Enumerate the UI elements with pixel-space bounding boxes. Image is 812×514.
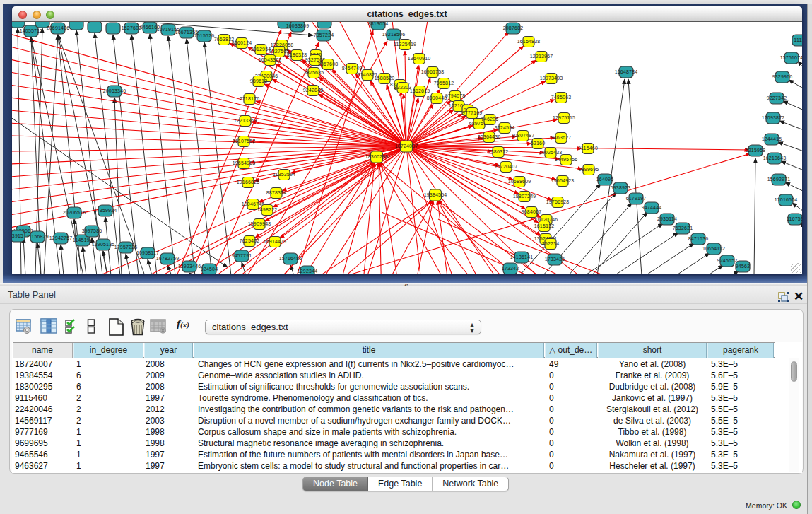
svg-text:62160: 62160 bbox=[531, 141, 545, 146]
svg-text:9329966: 9329966 bbox=[772, 74, 793, 79]
svg-text:7386372: 7386372 bbox=[488, 149, 509, 154]
svg-text:11156829: 11156829 bbox=[26, 234, 49, 239]
svg-text:3997586: 3997586 bbox=[82, 228, 102, 233]
svg-text:10807487: 10807487 bbox=[512, 133, 535, 138]
svg-text:18724007: 18724007 bbox=[395, 144, 418, 148]
svg-text:9245652: 9245652 bbox=[717, 258, 738, 263]
svg-text:2867608: 2867608 bbox=[318, 62, 339, 66]
svg-text:1527602: 1527602 bbox=[122, 25, 142, 30]
svg-text:17957225: 17957225 bbox=[114, 245, 138, 250]
svg-text:3875685: 3875685 bbox=[304, 70, 324, 75]
svg-text:12923446: 12923446 bbox=[178, 264, 201, 269]
svg-text:10958117: 10958117 bbox=[136, 250, 159, 255]
svg-text:164095: 164095 bbox=[596, 177, 614, 182]
svg-text:8813054: 8813054 bbox=[368, 22, 389, 26]
svg-text:15692971: 15692971 bbox=[767, 177, 791, 182]
svg-text:3915: 3915 bbox=[12, 233, 23, 238]
svg-text:6179197: 6179197 bbox=[626, 196, 647, 201]
svg-text:7485063: 7485063 bbox=[551, 95, 572, 100]
svg-text:1615132: 1615132 bbox=[534, 223, 555, 228]
svg-text:12213967: 12213967 bbox=[530, 54, 553, 59]
svg-text:1112: 1112 bbox=[794, 37, 802, 42]
svg-text:15909948: 15909948 bbox=[248, 221, 271, 226]
svg-text:3624554: 3624554 bbox=[495, 125, 515, 130]
svg-text:17359924: 17359924 bbox=[94, 208, 117, 213]
svg-text:8454749: 8454749 bbox=[342, 66, 363, 71]
svg-text:15716485: 15716485 bbox=[279, 256, 302, 261]
svg-text:746206: 746206 bbox=[481, 117, 499, 122]
svg-text:9463627: 9463627 bbox=[551, 135, 572, 140]
svg-text:14055712: 14055712 bbox=[20, 28, 43, 33]
svg-text:19218506: 19218506 bbox=[382, 32, 406, 37]
svg-text:20364436: 20364436 bbox=[478, 134, 501, 139]
svg-text:18300295: 18300295 bbox=[365, 154, 389, 159]
svg-text:10046746: 10046746 bbox=[242, 201, 265, 206]
svg-text:11353594: 11353594 bbox=[273, 172, 295, 177]
svg-text:12093872: 12093872 bbox=[762, 115, 785, 120]
svg-text:16033809: 16033809 bbox=[286, 23, 310, 28]
svg-text:12942757: 12942757 bbox=[49, 235, 73, 240]
svg-text:10973493: 10973493 bbox=[540, 76, 563, 81]
svg-text:1292344: 1292344 bbox=[298, 269, 318, 274]
svg-text:7515526: 7515526 bbox=[194, 33, 215, 38]
svg-text:3912954: 3912954 bbox=[251, 47, 271, 52]
svg-text:9794078: 9794078 bbox=[445, 93, 466, 98]
svg-text:8186328: 8186328 bbox=[287, 52, 307, 57]
svg-text:1362615: 1362615 bbox=[410, 88, 430, 93]
svg-text:924504: 924504 bbox=[201, 267, 218, 271]
svg-text:9777169: 9777169 bbox=[462, 110, 483, 115]
svg-text:8878334: 8878334 bbox=[266, 190, 287, 195]
svg-text:19384554: 19384554 bbox=[424, 192, 447, 197]
svg-text:1244415: 1244415 bbox=[762, 136, 782, 141]
svg-text:7625402: 7625402 bbox=[240, 238, 260, 243]
svg-text:20691406: 20691406 bbox=[47, 25, 70, 30]
svg-text:989612: 989612 bbox=[250, 78, 268, 83]
svg-text:16648784: 16648784 bbox=[615, 69, 638, 74]
svg-text:2935114: 2935114 bbox=[657, 216, 677, 221]
svg-text:12975115: 12975115 bbox=[553, 115, 575, 120]
svg-text:10025433: 10025433 bbox=[539, 150, 563, 155]
svg-text:9474444: 9474444 bbox=[642, 205, 662, 210]
svg-text:19654983: 19654983 bbox=[233, 160, 256, 165]
svg-text:19654923: 19654923 bbox=[551, 178, 575, 183]
svg-text:16107552: 16107552 bbox=[233, 139, 256, 144]
svg-text:16154838: 16154838 bbox=[517, 39, 541, 44]
svg-text:832203: 832203 bbox=[394, 85, 412, 90]
svg-text:20053346: 20053346 bbox=[103, 88, 126, 93]
svg-text:16543362: 16543362 bbox=[259, 57, 282, 62]
svg-text:11325419: 11325419 bbox=[394, 42, 416, 47]
svg-text:14495756: 14495756 bbox=[555, 157, 578, 162]
svg-text:1588520: 1588520 bbox=[375, 76, 395, 81]
svg-text:2087682: 2087682 bbox=[503, 25, 524, 30]
svg-text:16782759: 16782759 bbox=[156, 256, 180, 261]
svg-text:9227342: 9227342 bbox=[767, 95, 787, 100]
svg-text:8471636: 8471636 bbox=[688, 236, 709, 241]
svg-text:9899695: 9899695 bbox=[579, 167, 599, 172]
svg-text:7357224: 7357224 bbox=[314, 33, 334, 37]
svg-text:18807249: 18807249 bbox=[513, 194, 536, 199]
svg-text:8990448: 8990448 bbox=[427, 95, 447, 100]
svg-text:173342: 173342 bbox=[502, 266, 519, 271]
svg-text:116753: 116753 bbox=[787, 216, 802, 221]
svg-text:252234: 252234 bbox=[542, 241, 560, 246]
svg-text:1498222: 1498222 bbox=[257, 207, 278, 212]
svg-text:20206576: 20206576 bbox=[63, 210, 86, 215]
svg-text:8660124: 8660124 bbox=[232, 40, 252, 45]
svg-text:9684067: 9684067 bbox=[522, 209, 542, 214]
svg-text:16961758: 16961758 bbox=[421, 69, 445, 74]
svg-text:17016504: 17016504 bbox=[775, 197, 798, 202]
svg-text:10688609: 10688609 bbox=[508, 179, 531, 184]
svg-text:2718176: 2718176 bbox=[240, 96, 260, 101]
svg-text:15751074: 15751074 bbox=[780, 55, 802, 60]
svg-text:1145194: 1145194 bbox=[73, 238, 93, 243]
svg-text:19756928: 19756928 bbox=[546, 199, 570, 204]
svg-text:5215958: 5215958 bbox=[746, 148, 766, 153]
svg-text:14136141: 14136141 bbox=[510, 255, 534, 259]
svg-text:9457791: 9457791 bbox=[232, 253, 252, 258]
svg-text:5938923: 5938923 bbox=[611, 185, 631, 190]
svg-text:9242848: 9242848 bbox=[303, 88, 324, 93]
svg-text:10654112: 10654112 bbox=[702, 246, 725, 251]
svg-text:13640910: 13640910 bbox=[408, 56, 431, 61]
svg-text:7632621: 7632621 bbox=[673, 226, 693, 230]
svg-text:9115460: 9115460 bbox=[578, 146, 598, 151]
